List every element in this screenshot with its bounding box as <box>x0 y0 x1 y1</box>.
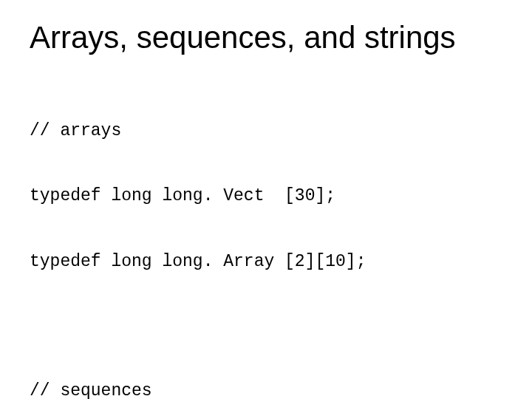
code-line: // arrays <box>30 120 502 142</box>
code-block-arrays: // arrays typedef long long. Vect [30]; … <box>30 77 502 316</box>
slide-title: Arrays, sequences, and strings <box>30 21 502 55</box>
slide: Arrays, sequences, and strings // arrays… <box>0 0 532 399</box>
code-line: typedef long long. Array [2][10]; <box>30 251 502 273</box>
code-line: typedef long long. Vect [30]; <box>30 185 502 207</box>
code-block-sequences: // sequences typedef sequence <short> sh… <box>30 337 502 399</box>
code-line: // sequences <box>30 381 502 399</box>
